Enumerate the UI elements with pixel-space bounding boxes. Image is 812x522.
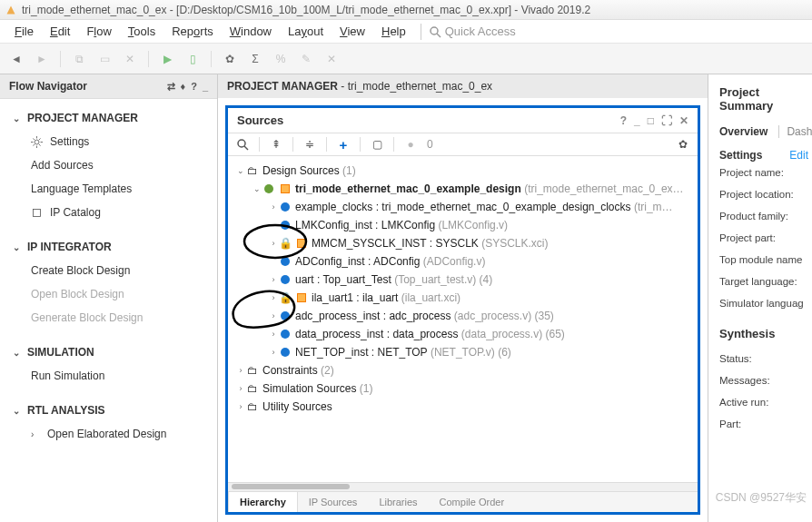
gear-icon — [31, 136, 43, 148]
kv-active-run: Active run: — [719, 397, 812, 408]
sources-search-icon[interactable] — [235, 137, 250, 152]
sources-settings-icon[interactable]: ✿ — [676, 137, 690, 152]
tree-adc-process[interactable]: › adc_process_inst : adc_process (adc_pr… — [232, 307, 694, 325]
menu-edit[interactable]: Edit — [43, 23, 77, 40]
tab-overview[interactable]: Overview — [719, 125, 775, 138]
tree-lmkconfig[interactable]: LMKConfig_inst : LMKConfig (LMKConfig.v) — [232, 216, 694, 234]
tree-constraints[interactable]: › 🗀 Constraints (2) — [232, 361, 694, 379]
quick-access[interactable]: Quick Access — [429, 25, 516, 38]
tab-ip-sources[interactable]: IP Sources — [298, 492, 369, 512]
menu-window[interactable]: Window — [223, 23, 279, 40]
tool-a-icon: % — [273, 52, 288, 66]
nav-create-block-design[interactable]: Create Block Design — [0, 259, 217, 282]
kv-project-name: Project name: — [719, 167, 812, 178]
kv-status: Status: — [719, 353, 812, 364]
lock-icon: 🔒 — [279, 291, 292, 304]
kv-product-family: Product family: — [719, 211, 812, 222]
tab-dashboard[interactable]: Dashb — [778, 125, 812, 138]
sources-tabs: Hierarchy IP Sources Libraries Compile O… — [228, 491, 698, 512]
menu-view[interactable]: View — [332, 23, 372, 40]
flow-navigator-title: Flow Navigator — [9, 80, 87, 93]
settings-icon[interactable]: ✿ — [223, 52, 237, 66]
main-toolbar: ◄ ► ⧉ ▭ ✕ ▶ ▯ ✿ Σ % ✎ ✕ — [0, 44, 812, 74]
forward-icon: ► — [35, 52, 49, 66]
nav-help-icon[interactable]: ? — [191, 81, 197, 93]
toggle-icon[interactable]: ▢ — [370, 137, 384, 152]
tool-c-icon: ✕ — [324, 52, 339, 66]
kv-target-language: Target language: — [719, 276, 812, 287]
kv-project-part: Project part: — [719, 232, 812, 243]
tree-sim-sources[interactable]: › 🗀 Simulation Sources (1) — [232, 379, 694, 398]
menubar: File Edit Flow Tools Reports Window Layo… — [0, 20, 812, 44]
back-icon[interactable]: ◄ — [9, 52, 24, 66]
kv-top-module: Top module name — [719, 254, 812, 265]
nav-ip-catalog[interactable]: IP Catalog — [0, 201, 217, 224]
svg-point-0 — [431, 27, 438, 34]
menu-file[interactable]: File — [7, 23, 41, 40]
svg-point-2 — [35, 140, 39, 144]
collapse-all-icon[interactable]: ⇞ — [269, 137, 283, 152]
timing-icon[interactable]: ▯ — [185, 52, 200, 66]
nav-open-elaborated-design[interactable]: ›Open Elaborated Design — [0, 422, 217, 446]
tab-compile-order[interactable]: Compile Order — [429, 492, 516, 512]
menu-layout[interactable]: Layout — [281, 23, 331, 40]
nav-settings[interactable]: Settings — [0, 130, 217, 153]
summary-edit-link[interactable]: Edit — [789, 149, 808, 162]
kv-messages: Messages: — [719, 375, 812, 386]
window-title: tri_mode_ethernet_mac_0_ex - [D:/Desktop… — [22, 4, 590, 16]
sources-close-icon[interactable]: ✕ — [679, 114, 688, 127]
tree-data-process[interactable]: › data_process_inst : data_process (data… — [232, 325, 694, 343]
kv-part: Part: — [719, 419, 812, 429]
section-ip-integrator[interactable]: ⌄IP INTEGRATOR — [0, 235, 217, 259]
tree-net-top[interactable]: › NET_TOP_inst : NET_TOP (NET_TOP.v) (6) — [232, 343, 694, 361]
tree-adconfig[interactable]: ADConfig_inst : ADConfig (ADConfig.v) — [232, 252, 694, 271]
tree-top-module[interactable]: ⌄ tri_mode_ethernet_mac_0_example_design… — [232, 180, 694, 198]
ip-icon — [31, 207, 43, 219]
menu-help[interactable]: Help — [374, 23, 413, 40]
tree-utility-sources[interactable]: › 🗀 Utility Sources — [232, 398, 694, 416]
tab-hierarchy[interactable]: Hierarchy — [228, 492, 298, 512]
sources-minimize-icon[interactable]: _ — [634, 114, 640, 127]
kv-simulator-language: Simulator languag — [719, 298, 812, 309]
add-source-icon[interactable]: + — [336, 137, 351, 152]
tree-example-clocks[interactable]: › example_clocks : tri_mode_ethernet_mac… — [232, 198, 694, 216]
sources-panel: Sources ? _ □ ⛶ ✕ ⇞ ≑ + ▢ — [225, 105, 700, 515]
delete-icon: ✕ — [123, 52, 137, 66]
tree-design-sources[interactable]: ⌄ 🗀 Design Sources (1) — [232, 162, 694, 180]
nav-add-sources[interactable]: Add Sources — [0, 153, 217, 177]
sources-help-icon[interactable]: ? — [620, 114, 627, 127]
svg-rect-3 — [33, 209, 40, 216]
project-summary-title: Project Summary — [719, 85, 812, 113]
copy-icon: ⧉ — [72, 52, 86, 66]
tree-mmcm-sysclk[interactable]: › 🔒 MMCM_SYSCLK_INST : SYSCLK (SYSCLK.xc… — [232, 234, 694, 252]
nav-expand-icon[interactable]: ♦ — [181, 81, 186, 93]
lock-icon: 🔒 — [279, 237, 292, 250]
nav-language-templates[interactable]: Language Templates — [0, 177, 217, 201]
menu-flow[interactable]: Flow — [79, 23, 118, 40]
tree-ila-uart[interactable]: › 🔒 ila_uart1 : ila_uart (ila_uart.xci) — [232, 289, 694, 307]
section-simulation[interactable]: ⌄SIMULATION — [0, 340, 217, 364]
tree-uart[interactable]: › uart : Top_uart_Test (Top_uart_test.v)… — [232, 271, 694, 289]
section-rtl-analysis[interactable]: ⌄RTL ANALYSIS — [0, 399, 217, 422]
tab-libraries[interactable]: Libraries — [368, 492, 428, 512]
tool-b-icon: ✎ — [299, 52, 313, 66]
sigma-icon[interactable]: Σ — [248, 52, 262, 66]
nav-run-simulation[interactable]: Run Simulation — [0, 364, 217, 388]
expand-all-icon[interactable]: ≑ — [302, 137, 317, 152]
section-project-manager[interactable]: ⌄PROJECT MANAGER — [0, 106, 217, 130]
svg-line-1 — [437, 34, 441, 37]
run-icon[interactable]: ▶ — [160, 52, 174, 66]
sources-restore-icon[interactable]: □ — [648, 114, 654, 127]
menu-tools[interactable]: Tools — [121, 23, 163, 40]
filter-icon[interactable]: ● — [403, 137, 418, 152]
menu-reports[interactable]: Reports — [164, 23, 221, 40]
nav-close-icon[interactable]: _ — [203, 81, 208, 93]
sources-count: 0 — [427, 138, 433, 151]
sources-maximize-icon[interactable]: ⛶ — [661, 114, 672, 127]
sources-toolbar: ⇞ ≑ + ▢ ● 0 ✿ — [228, 133, 698, 156]
nav-collapse-icon[interactable]: ⇄ — [167, 81, 175, 93]
sources-tree[interactable]: ⌄ 🗀 Design Sources (1) ⌄ tri_mode_ethern… — [228, 156, 698, 482]
kv-project-location: Project location: — [719, 189, 812, 200]
horizontal-scrollbar[interactable] — [228, 482, 698, 491]
paste-icon: ▭ — [97, 52, 112, 66]
